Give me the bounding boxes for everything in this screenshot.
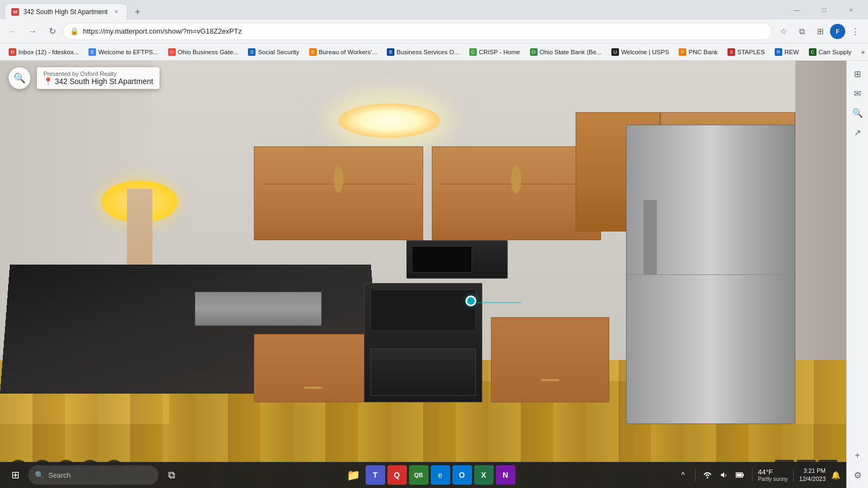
kitchen-scene xyxy=(0,61,846,488)
taskbar-center: 📁 T Q QB e O X N xyxy=(184,465,674,485)
minimize-button[interactable]: — xyxy=(784,0,809,20)
bookmark-favicon-biz-svc: B xyxy=(387,48,394,56)
sidebar-button-mail[interactable]: ✉ xyxy=(849,85,866,102)
tab-close-button[interactable]: × xyxy=(112,8,120,16)
taskbar-app-quiz[interactable]: Q xyxy=(387,465,407,485)
bookmark-inbox[interactable]: M Inbox (12) - fdeskox... xyxy=(4,46,83,59)
svg-point-0 xyxy=(707,477,709,479)
forward-button[interactable]: → xyxy=(24,23,41,40)
new-tab-button[interactable]: + xyxy=(130,4,145,20)
taskbar-left: ⊞ 🔍 Search ⧉ xyxy=(4,464,182,486)
clock-display[interactable]: 3:21 PM 12/4/2023 xyxy=(799,467,826,484)
sidebar-button-settings[interactable]: ⚙ xyxy=(849,466,866,484)
close-button[interactable]: × xyxy=(839,0,864,20)
bookmark-label-pnc: PNC Bank xyxy=(688,49,718,55)
bookmark-carr-supply[interactable]: C Carr Supply xyxy=(805,46,856,59)
bookmark-eftps[interactable]: E Welcome to EFTPS... xyxy=(84,46,162,59)
bookmark-favicon-eftps: E xyxy=(88,48,96,56)
stove-cooktop xyxy=(371,290,476,331)
taskbar-search-placeholder: Search xyxy=(48,471,71,479)
presenter-label: Presented by Oxford Realty xyxy=(43,70,153,77)
start-button[interactable]: ⊞ xyxy=(4,464,26,486)
split-screen-button[interactable]: ⧉ xyxy=(793,23,810,40)
sidebar-button-1[interactable]: ⊞ xyxy=(849,65,866,82)
bookmark-social-security[interactable]: S Social Security xyxy=(244,46,303,59)
taskbar-search-icon: 🔍 xyxy=(35,471,44,479)
sidebar-button-search[interactable]: 🔍 xyxy=(849,104,866,121)
kitchen-sink xyxy=(195,292,322,326)
navigation-bar: ← → ↻ 🔒 https://my.matterport.com/show/?… xyxy=(0,20,868,43)
microwave xyxy=(406,240,508,279)
taskbar-app-outlook[interactable]: O xyxy=(452,465,472,485)
taskbar-right: ^ xyxy=(676,467,842,484)
taskbar-app-onenote[interactable]: N xyxy=(496,465,515,485)
bookmark-favicon-ohio-biz: O xyxy=(168,48,176,56)
matterport-viewer[interactable]: 🔍 Presented by Oxford Realty 📍 342 South… xyxy=(0,61,846,488)
bookmark-workers[interactable]: B Bureau of Workers'... xyxy=(305,46,381,59)
address-text: https://my.matterport.com/show/?m=vG18Z2… xyxy=(83,27,765,35)
lower-cabinet-right xyxy=(491,317,609,403)
taskbar-divider xyxy=(695,468,695,481)
taskbar: ⊞ 🔍 Search ⧉ 📁 T Q QB e O X N xyxy=(0,462,846,488)
taskbar-search[interactable]: 🔍 Search xyxy=(28,465,158,485)
maximize-button[interactable]: □ xyxy=(812,0,837,20)
tab-favicon: M xyxy=(11,8,19,16)
taskbar-divider2 xyxy=(752,468,752,481)
task-view-button[interactable]: ⧉ xyxy=(161,464,182,486)
matterport-info-panel: Presented by Oxford Realty 📍 342 South H… xyxy=(37,67,159,89)
bookmark-label-ohio-biz: Ohio Business Gate... xyxy=(178,49,239,55)
back-button[interactable]: ← xyxy=(4,23,22,40)
refresh-button[interactable]: ↻ xyxy=(43,23,61,40)
bookmark-usps[interactable]: U Welcome | USPS xyxy=(607,46,673,59)
bookmark-star-button[interactable]: ☆ xyxy=(775,23,792,40)
bookmark-favicon-staples: S xyxy=(727,48,735,56)
bookmark-ohio-state-bank[interactable]: O Ohio State Bank (Be... xyxy=(526,46,606,59)
active-tab[interactable]: M 342 South High St Apartment × xyxy=(4,3,127,20)
weather-display[interactable]: 44°F Partly sunny xyxy=(758,468,788,482)
svg-rect-2 xyxy=(743,474,744,476)
clock-time: 3:21 PM xyxy=(799,467,826,475)
kitchen-stove xyxy=(364,283,482,403)
svg-rect-3 xyxy=(737,474,742,477)
settings-menu-button[interactable]: ⋮ xyxy=(846,23,864,40)
taskbar-app-teams[interactable]: T xyxy=(366,465,385,485)
tray-network-icon[interactable] xyxy=(701,468,714,481)
main-content: 🔍 Presented by Oxford Realty 📍 342 South… xyxy=(0,61,846,488)
property-address: 📍 342 South High St Apartment xyxy=(43,77,153,86)
matterport-nav-line xyxy=(477,302,521,303)
sidebar-button-add[interactable]: + xyxy=(849,447,866,464)
taskbar-app-excel[interactable]: X xyxy=(474,465,494,485)
tray-chevron[interactable]: ^ xyxy=(676,468,690,481)
bookmark-favicon-ss: S xyxy=(248,48,256,56)
tray-battery-icon[interactable] xyxy=(733,468,746,481)
bookmark-staples[interactable]: S STAPLES xyxy=(723,46,769,59)
taskbar-app-quickbooks[interactable]: QB xyxy=(409,465,429,485)
notification-button[interactable]: 🔔 xyxy=(829,468,842,481)
bookmark-crisp[interactable]: C CRISP - Home xyxy=(465,46,525,59)
bookmark-pnc[interactable]: P PNC Bank xyxy=(674,46,722,59)
bookmark-label-rew: REW xyxy=(784,49,799,55)
sidebar-button-share[interactable]: ↗ xyxy=(849,124,866,141)
tab-strip: M 342 South High St Apartment × + xyxy=(4,0,784,20)
taskbar-app-edge[interactable]: e xyxy=(431,465,450,485)
lower-cabinet-center xyxy=(254,334,372,402)
bookmark-rew[interactable]: R REW xyxy=(770,46,803,59)
address-bar[interactable]: 🔒 https://my.matterport.com/show/?m=vG18… xyxy=(63,23,773,40)
microwave-screen xyxy=(412,246,472,272)
extensions-button[interactable]: ⊞ xyxy=(812,23,829,40)
nav-right-controls: ☆ ⧉ ⊞ F ⋮ xyxy=(775,23,864,40)
matterport-search-button[interactable]: 🔍 xyxy=(9,67,30,89)
title-bar: M 342 South High St Apartment × + — □ × xyxy=(0,0,868,20)
bookmark-ohio-biz[interactable]: O Ohio Business Gate... xyxy=(164,46,243,59)
clock-date: 12/4/2023 xyxy=(799,475,826,483)
matterport-header: 🔍 Presented by Oxford Realty 📍 342 South… xyxy=(0,61,846,95)
profile-button[interactable]: F xyxy=(830,24,845,39)
bookmark-favicon-rew: R xyxy=(775,48,782,56)
browser-layout: 🔍 Presented by Oxford Realty 📍 342 South… xyxy=(0,61,868,488)
bookmarks-more-button[interactable]: » xyxy=(857,46,868,59)
taskbar-divider3 xyxy=(793,468,794,481)
tray-volume-icon[interactable] xyxy=(717,468,730,481)
bookmark-business-services[interactable]: B Business Services O... xyxy=(382,46,464,59)
bookmark-favicon-workers: B xyxy=(309,48,317,56)
taskbar-app-file-explorer[interactable]: 📁 xyxy=(344,465,363,485)
